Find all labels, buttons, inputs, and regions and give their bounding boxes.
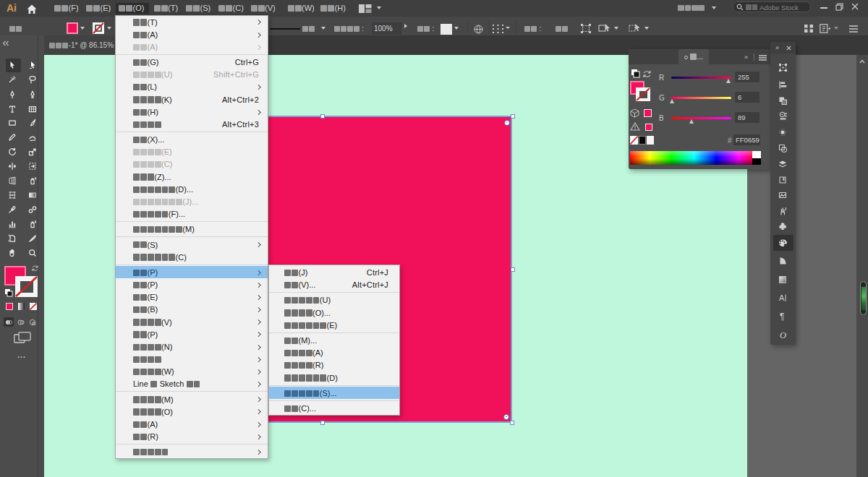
- svg-text:¶: ¶: [780, 311, 784, 321]
- svg-text:O: O: [780, 330, 786, 340]
- svg-text:A: A: [779, 293, 785, 302]
